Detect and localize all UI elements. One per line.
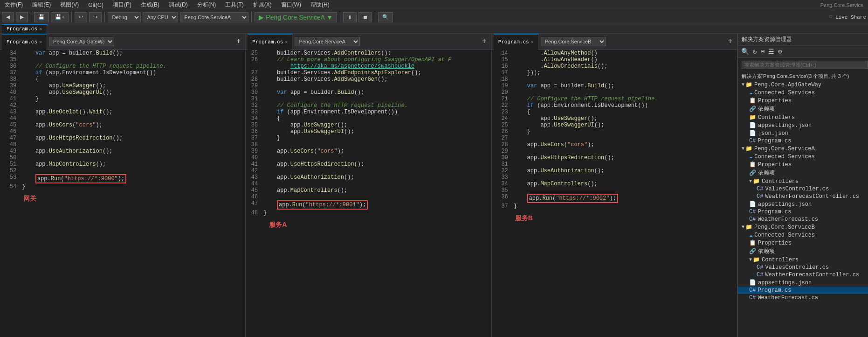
redo-button[interactable]: ↪	[89, 12, 102, 22]
tree-item-apigateway-deps[interactable]: 🔗 依赖项	[738, 105, 868, 113]
sidebar-refresh-btn[interactable]: ↻	[751, 47, 758, 56]
pause-button[interactable]: ⏸	[343, 12, 357, 22]
tree-item-servicea-connected[interactable]: ☁ Connected Services	[738, 153, 868, 161]
table-row: 25 app.UseSwaggerUI();	[492, 122, 737, 128]
panel2-close-icon[interactable]: ✕	[285, 39, 288, 45]
project-select[interactable]: Peng.Core.ServiceA Peng.Core.ApiGateWay …	[180, 12, 248, 22]
panel2-tab[interactable]: Program.cs ✕	[248, 34, 293, 50]
sidebar-search-input[interactable]	[742, 61, 868, 69]
tree-item-serviceb-connected[interactable]: ☁ Connected Services	[738, 231, 868, 239]
forward-button[interactable]: ▶	[16, 12, 28, 22]
platform-select[interactable]: Any CPU x64	[143, 12, 178, 22]
tree-item-apigateway-connected[interactable]: ☁ Connected Services	[738, 89, 868, 97]
menu-item-build[interactable]: 生成(B)	[138, 0, 162, 10]
panel3-close-icon[interactable]: ✕	[531, 39, 534, 45]
table-row: 44	[0, 115, 245, 122]
tree-item-apigateway-properties[interactable]: 📋 Properties	[738, 97, 868, 105]
panel2-add-button[interactable]: +	[479, 37, 489, 46]
panel1-tab[interactable]: Program.cs ✕	[2, 34, 47, 50]
table-row: 49 app.UseAuthorization();	[0, 148, 245, 154]
sidebar-search-btn[interactable]: 🔍	[740, 47, 751, 56]
tree-item-serviceb-weathercontroller[interactable]: C# WeatherForecastController.cs	[738, 271, 868, 279]
panel1-dropdown[interactable]: Peng.Core.ApiGateWa...	[49, 37, 114, 46]
table-row: 37 }	[246, 135, 491, 141]
menu-item-git[interactable]: Git(G)	[85, 1, 106, 9]
panel3-add-button[interactable]: +	[725, 37, 735, 46]
save-all-button[interactable]: 💾+	[51, 12, 69, 22]
tree-item-apigateway[interactable]: ▼ 📁 Peng.Core.ApiGateWay	[738, 81, 868, 89]
table-row: 32 app.UseAuthorization();	[492, 168, 737, 174]
tree-item-servicea-appsettings[interactable]: 📄 appsettings.json	[738, 200, 868, 208]
table-row: https://aka.ms/aspnetcore/swashbuckle	[246, 63, 491, 70]
serviceb-controllers-arrow[interactable]: ▼	[749, 257, 752, 262]
tree-item-apigateway-program[interactable]: C# Program.cs	[738, 137, 868, 145]
tree-item-serviceb[interactable]: ▼ 📁 Peng.Core.ServiceB	[738, 223, 868, 231]
panel2-code[interactable]: 25 builder.Services.AddControllers(); 26…	[246, 50, 491, 337]
panel3-code[interactable]: 14 .AllowAnyMethod() 15 .AllowAnyHeader(…	[492, 50, 737, 337]
serviceb-arrow[interactable]: ▼	[742, 225, 744, 230]
menu-item-debug[interactable]: 调试(D)	[166, 0, 191, 10]
panel3-dropdown[interactable]: Peng.Core.ServiceB	[541, 37, 606, 46]
menu-item-edit[interactable]: 编辑(E)	[29, 0, 54, 10]
menu-item-project[interactable]: 项目(P)	[110, 0, 134, 10]
sidebar-filter-btn[interactable]: ☰	[767, 47, 776, 56]
run-button[interactable]: ▶ Peng.Core.ServiceA ▼	[255, 12, 337, 22]
find-button[interactable]: 🔍	[378, 12, 393, 22]
tree-item-servicea-weathercontroller[interactable]: C# WeatherForecastController.cs	[738, 193, 868, 200]
tree-item-servicea[interactable]: ▼ 📁 Peng.Core.ServiceA	[738, 145, 868, 153]
tree-item-servicea-properties[interactable]: 📋 Properties	[738, 161, 868, 168]
panel3-tab-label: Program.cs	[498, 39, 529, 45]
apigateway-arrow[interactable]: ▼	[742, 82, 744, 87]
tree-item-serviceb-weatherforecast[interactable]: C# WeatherForecast.cs	[738, 294, 868, 302]
menu-item-file[interactable]: 文件(F)	[2, 0, 26, 10]
sidebar-collapse-btn[interactable]: ⊟	[759, 47, 765, 56]
tree-item-apigateway-json[interactable]: 📄 json.json	[738, 129, 868, 137]
tree-item-apigateway-controllers[interactable]: 📁 Controllers	[738, 113, 868, 121]
menu-item-analyze[interactable]: 分析(N)	[194, 0, 219, 10]
tree-item-servicea-program[interactable]: C# Program.cs	[738, 208, 868, 216]
menu-item-help[interactable]: 帮助(H)	[308, 0, 332, 10]
panel3-tab[interactable]: Program.cs ✕	[494, 34, 539, 50]
tree-item-servicea-controllers[interactable]: ▼ 📁 Controllers	[738, 177, 868, 185]
undo-button[interactable]: ↩	[75, 12, 87, 22]
close-tab-icon[interactable]: ✕	[39, 26, 42, 32]
tree-item-serviceb-program[interactable]: C# Program.cs	[738, 287, 868, 294]
tree-item-apigateway-appsettings[interactable]: 📄 appsettings.json	[738, 121, 868, 129]
tree-item-serviceb-valuescontroller[interactable]: C# ValuesController.cs	[738, 264, 868, 271]
tree-item-servicea-valuescontroller[interactable]: C# ValuesController.cs	[738, 185, 868, 193]
table-row: 48	[0, 141, 245, 148]
panel1-add-button[interactable]: +	[234, 37, 244, 46]
tree-item-serviceb-controllers[interactable]: ▼ 📁 Controllers	[738, 256, 868, 264]
panel1-tab-label: Program.cs	[7, 39, 37, 45]
serviceb-weathercontroller-icon: C#	[757, 272, 763, 278]
panel2-dropdown[interactable]: Peng.Core.ServiceA	[295, 37, 360, 46]
back-button[interactable]: ◀	[2, 12, 14, 22]
tree-item-serviceb-properties[interactable]: 📋 Properties	[738, 239, 868, 247]
tree-item-servicea-deps[interactable]: 🔗 依赖项	[738, 168, 868, 177]
top-tab-program-cs[interactable]: Program.cs ✕	[2, 24, 47, 34]
apigateway-appsettings-icon: 📄	[749, 122, 756, 129]
menu-item-tools[interactable]: 工具(T)	[222, 0, 246, 10]
debug-mode-select[interactable]: Debug Release	[108, 12, 141, 22]
apigateway-deps-label: 依赖项	[758, 105, 775, 113]
tree-item-serviceb-appsettings[interactable]: 📄 appsettings.json	[738, 279, 868, 287]
table-row: 47 app.UseHttpsRedirection();	[0, 135, 245, 141]
save-button[interactable]: 💾	[34, 12, 49, 22]
tree-item-serviceb-deps[interactable]: 🔗 依赖项	[738, 247, 868, 256]
menu-item-view[interactable]: 视图(V)	[57, 0, 82, 10]
panel1-code[interactable]: 34 var app = builder.Build(); 35 36 // C…	[0, 50, 245, 337]
table-row: 36 // Configure the HTTP request pipelin…	[0, 63, 245, 70]
sidebar-search-container	[738, 58, 868, 72]
stop-button[interactable]: ⏹	[358, 12, 372, 22]
table-row: 39 app.UseSwagger();	[0, 83, 245, 89]
servicea-controllers-arrow[interactable]: ▼	[749, 179, 752, 184]
tree-item-servicea-weatherforecast[interactable]: C# WeatherForecast.cs	[738, 216, 868, 223]
servicea-appsettings-label: appsettings.json	[758, 201, 812, 208]
servicea-arrow[interactable]: ▼	[742, 146, 744, 151]
sidebar-settings-btn[interactable]: ⚙	[777, 47, 783, 56]
panel1-close-icon[interactable]: ✕	[39, 39, 42, 45]
live-share-button[interactable]: ♡ Live Share	[829, 14, 866, 20]
menu-item-window[interactable]: 窗口(W)	[278, 0, 304, 10]
menu-item-extensions[interactable]: 扩展(X)	[250, 0, 275, 10]
table-row: 37 if (app.Environment.IsDevelopment())	[0, 70, 245, 76]
